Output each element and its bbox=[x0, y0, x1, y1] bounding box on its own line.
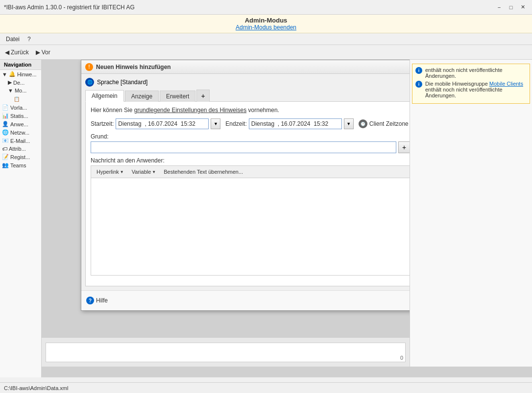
minimize-button[interactable]: − bbox=[494, 2, 505, 12]
content-area: ! Neuen Hinweis hinzufügen − □ ✕ 🌐 Sprac… bbox=[42, 60, 532, 377]
sidebar-item-statis[interactable]: 📊 Statis... bbox=[0, 112, 41, 120]
endzeit-group: Endzeit: ▼ bbox=[225, 118, 353, 129]
dialog-title-text: ! Neuen Hinweis hinzufügen bbox=[85, 63, 171, 71]
grund-section: Grund: + bbox=[91, 133, 410, 153]
forward-label: Vor bbox=[42, 49, 50, 56]
endzeit-label: Endzeit: bbox=[225, 120, 246, 127]
tab-add-button[interactable]: + bbox=[196, 90, 209, 102]
endzeit-calendar-button[interactable]: ▼ bbox=[344, 118, 354, 129]
expand-icon: ▼ bbox=[2, 71, 7, 77]
info-icon-2: i bbox=[415, 81, 422, 88]
sidebar-item-sub[interactable]: 📋 bbox=[0, 94, 41, 103]
endzeit-input[interactable] bbox=[249, 118, 342, 129]
variable-button[interactable]: Variable ▼ bbox=[128, 167, 159, 176]
sidebar-item-mo[interactable]: ▼ Mo... bbox=[0, 87, 41, 94]
grund-input-row: + bbox=[91, 141, 410, 153]
info-row-1: i enthält noch nicht veröffentlichte Änd… bbox=[415, 67, 527, 79]
title-bar: *IBI-aws Admin 1.30.0 - registriert für … bbox=[0, 0, 532, 15]
admin-mode-title: Admin-Modus bbox=[0, 17, 532, 24]
scroll-area: 0 bbox=[46, 343, 406, 362]
timezone-group: 🕐 Client Zeitzone bbox=[359, 119, 409, 128]
timezone-icon: 🕐 bbox=[359, 119, 367, 128]
title-bar-controls: − □ ✕ bbox=[494, 2, 528, 12]
startzeit-group: Startzeit: ▼ bbox=[91, 118, 220, 129]
right-panel: i enthält noch nicht veröffentlichte Änd… bbox=[410, 60, 532, 367]
scroll-count: 0 bbox=[400, 355, 403, 361]
menu-help[interactable]: ? bbox=[24, 35, 35, 44]
maximize-button[interactable]: □ bbox=[506, 2, 516, 12]
sidebar-item-email[interactable]: 📧 E-Mail... bbox=[0, 137, 41, 145]
info-text-1: enthält noch nicht veröffentlichte Änder… bbox=[425, 67, 527, 79]
hyperlink-arrow-icon: ▼ bbox=[120, 170, 124, 174]
tab-allgemein[interactable]: Allgemein bbox=[85, 90, 124, 102]
toolbar: ◀ Zurück ▶ Vor bbox=[0, 45, 532, 60]
language-icon: 🌐 bbox=[85, 78, 94, 87]
admin-bar: Admin-Modus Admin-Modus beenden bbox=[0, 15, 532, 33]
bottom-content: 0 bbox=[42, 337, 410, 367]
timezone-label: Client Zeitzone bbox=[369, 120, 409, 127]
expand-icon-de: ▶ bbox=[8, 79, 12, 86]
status-bar: C:\IBI-aws\Admin\Data.xml bbox=[0, 382, 532, 393]
mobile-clients-link[interactable]: Mobile Clients bbox=[489, 81, 523, 87]
admin-mode-end-link[interactable]: Admin-Modus beenden bbox=[0, 24, 532, 31]
navigation-header: Navigation bbox=[0, 60, 41, 70]
startzeit-label: Startzeit: bbox=[91, 120, 114, 127]
sidebar-item-vorla[interactable]: 📄 Vorla... bbox=[0, 103, 41, 112]
title-bar-text: *IBI-aws Admin 1.30.0 - registriert für … bbox=[4, 4, 135, 11]
sidebar: Navigation ▼ 🔔 Hinwe... ▶ De... ▼ Mo... … bbox=[0, 60, 42, 377]
forward-button[interactable]: ▶ Vor bbox=[33, 47, 53, 57]
help-icon: ? bbox=[86, 297, 94, 304]
info-icon-1: i bbox=[415, 67, 422, 74]
bestehenden-button[interactable]: Bestehenden Text übernehmen... bbox=[160, 167, 246, 176]
tab-anzeige[interactable]: Anzeige bbox=[125, 91, 159, 102]
grund-add-button[interactable]: + bbox=[398, 141, 410, 153]
grund-input[interactable] bbox=[91, 141, 396, 153]
menu-bar: Datei ? bbox=[0, 33, 532, 45]
sidebar-item-netzw[interactable]: 🌐 Netzw... bbox=[0, 128, 41, 137]
grund-label: Grund: bbox=[91, 133, 410, 140]
sidebar-item-teams-label: Teams bbox=[10, 162, 26, 168]
startzeit-input[interactable] bbox=[116, 118, 209, 129]
forward-arrow-icon: ▶ bbox=[36, 49, 40, 56]
back-label: Zurück bbox=[11, 49, 29, 56]
back-button[interactable]: ◀ Zurück bbox=[2, 47, 32, 57]
variable-arrow-icon: ▼ bbox=[152, 170, 156, 174]
sidebar-item-anwe[interactable]: 👤 Anwe... bbox=[0, 120, 41, 128]
info-row-2: i Die mobile Hinweisgruppe Mobile Client… bbox=[415, 81, 527, 98]
back-arrow-icon: ◀ bbox=[5, 49, 9, 56]
help-link[interactable]: ? Hilfe bbox=[86, 297, 108, 304]
sidebar-item-regist[interactable]: 📝 Regist... bbox=[0, 153, 41, 161]
help-label: Hilfe bbox=[96, 297, 108, 304]
close-button[interactable]: ✕ bbox=[517, 2, 528, 12]
language-label: Sprache [Standard] bbox=[97, 79, 147, 86]
main-area: Navigation ▼ 🔔 Hinwe... ▶ De... ▼ Mo... … bbox=[0, 60, 532, 377]
status-path: C:\IBI-aws\Admin\Data.xml bbox=[4, 385, 68, 391]
tab-erweitert[interactable]: Erweitert bbox=[160, 91, 195, 102]
dialog-title-icon: ! bbox=[85, 63, 93, 71]
sidebar-item-hinwe[interactable]: ▼ 🔔 Hinwe... bbox=[0, 70, 41, 78]
startzeit-calendar-button[interactable]: ▼ bbox=[211, 118, 220, 129]
expand-icon-mo: ▼ bbox=[8, 88, 13, 93]
hyperlink-button[interactable]: Hyperlink ▼ bbox=[93, 167, 127, 176]
info-text-2: Die mobile Hinweisgruppe Mobile Clients … bbox=[425, 81, 527, 98]
info-box: i enthält noch nicht veröffentlichte Änd… bbox=[412, 64, 530, 104]
sidebar-item-attrib[interactable]: 🏷 Attrib... bbox=[0, 145, 41, 153]
sidebar-item-de[interactable]: ▶ De... bbox=[0, 78, 41, 87]
menu-datei[interactable]: Datei bbox=[2, 35, 24, 44]
sidebar-item-teams[interactable]: 👥 Teams bbox=[0, 161, 41, 169]
